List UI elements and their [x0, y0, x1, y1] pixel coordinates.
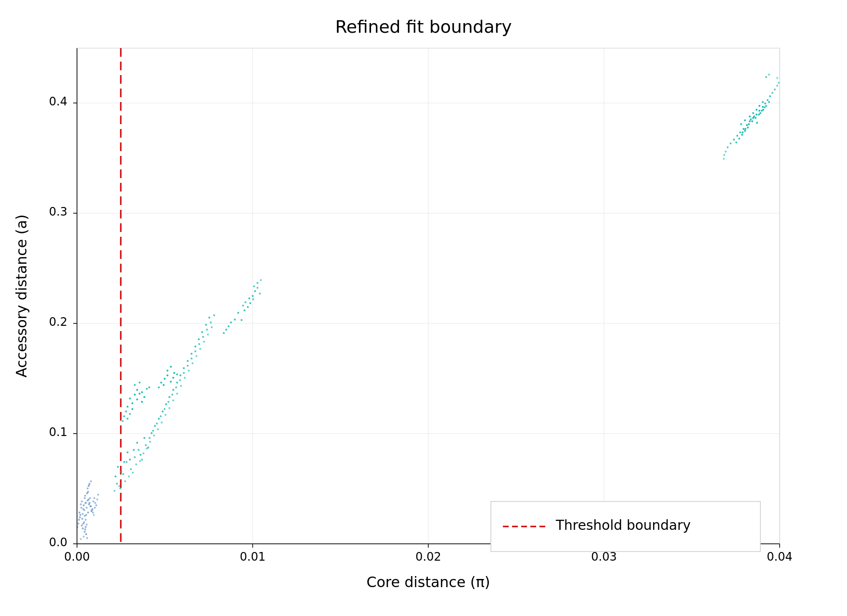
- svg-point-41: [89, 497, 91, 499]
- svg-point-243: [764, 106, 766, 108]
- chart-title: Refined fit boundary: [335, 17, 512, 37]
- svg-point-143: [134, 384, 136, 386]
- svg-point-248: [723, 158, 725, 160]
- y-tick-0: 0.0: [49, 536, 67, 549]
- svg-point-213: [743, 128, 744, 130]
- svg-point-75: [117, 466, 119, 468]
- svg-point-111: [149, 437, 151, 439]
- svg-point-70: [80, 538, 82, 540]
- svg-point-172: [161, 422, 163, 424]
- svg-point-194: [249, 302, 251, 304]
- svg-point-124: [198, 343, 200, 345]
- svg-point-63: [89, 483, 90, 485]
- svg-point-92: [176, 382, 178, 384]
- svg-point-105: [126, 461, 128, 463]
- svg-point-26: [81, 500, 83, 502]
- svg-point-49: [93, 497, 95, 499]
- svg-point-178: [184, 377, 186, 379]
- svg-point-40: [81, 518, 83, 520]
- svg-point-88: [162, 411, 164, 412]
- legend-label: Threshold boundary: [555, 517, 691, 533]
- svg-point-86: [154, 425, 156, 427]
- svg-point-159: [176, 373, 178, 375]
- svg-point-242: [742, 131, 744, 133]
- svg-point-193: [225, 329, 227, 331]
- svg-point-168: [146, 448, 148, 449]
- svg-point-48: [79, 514, 81, 516]
- svg-point-59: [92, 512, 94, 513]
- svg-point-98: [198, 338, 200, 340]
- svg-point-236: [748, 123, 750, 125]
- svg-point-214: [764, 103, 766, 104]
- svg-point-212: [762, 106, 764, 108]
- svg-point-129: [129, 398, 131, 399]
- svg-point-76: [120, 471, 122, 473]
- svg-point-71: [94, 507, 96, 509]
- svg-point-157: [170, 366, 172, 368]
- svg-point-216: [767, 99, 769, 101]
- svg-point-164: [132, 472, 134, 474]
- svg-point-104: [122, 473, 124, 475]
- svg-point-135: [143, 396, 145, 398]
- svg-point-134: [141, 401, 143, 403]
- svg-point-149: [164, 378, 166, 380]
- svg-point-229: [744, 130, 746, 132]
- svg-point-167: [142, 452, 144, 454]
- svg-point-20: [87, 512, 89, 513]
- y-tick-04: 0.4: [49, 95, 67, 108]
- svg-point-256: [762, 101, 764, 103]
- svg-point-220: [771, 92, 773, 94]
- svg-point-228: [759, 112, 761, 114]
- svg-point-116: [167, 401, 169, 403]
- svg-point-176: [176, 393, 178, 395]
- svg-point-151: [170, 381, 172, 383]
- svg-point-96: [191, 353, 192, 355]
- svg-point-120: [183, 372, 185, 374]
- svg-point-169: [149, 441, 151, 443]
- svg-point-170: [153, 435, 155, 436]
- svg-point-209: [749, 120, 751, 122]
- svg-point-187: [237, 312, 239, 314]
- svg-point-191: [228, 325, 230, 327]
- svg-point-153: [160, 382, 162, 384]
- svg-point-37: [80, 503, 82, 505]
- x-tick-02: 0.02: [415, 550, 441, 564]
- svg-point-180: [192, 362, 193, 364]
- svg-point-155: [172, 377, 174, 379]
- svg-point-205: [253, 285, 255, 287]
- svg-point-257: [765, 76, 767, 78]
- svg-point-231: [741, 134, 743, 136]
- svg-point-61: [95, 504, 97, 506]
- svg-point-211: [746, 124, 748, 126]
- svg-point-35: [87, 491, 89, 493]
- svg-point-197: [252, 295, 254, 297]
- svg-point-247: [723, 154, 725, 156]
- svg-point-210: [758, 110, 760, 112]
- svg-point-202: [259, 293, 261, 295]
- svg-point-126: [206, 329, 208, 331]
- svg-point-203: [242, 305, 244, 307]
- svg-point-241: [744, 128, 746, 130]
- svg-point-69: [86, 537, 88, 539]
- svg-point-249: [776, 77, 778, 79]
- svg-point-107: [134, 456, 136, 458]
- svg-point-117: [171, 394, 173, 396]
- svg-point-64: [83, 536, 85, 538]
- svg-point-175: [172, 399, 174, 401]
- svg-point-186: [234, 319, 236, 321]
- svg-point-184: [207, 334, 209, 335]
- svg-point-250: [752, 112, 754, 114]
- svg-point-58: [82, 527, 84, 529]
- svg-point-24: [82, 508, 84, 510]
- svg-point-154: [167, 370, 168, 372]
- svg-point-55: [94, 502, 96, 504]
- svg-point-145: [148, 386, 150, 388]
- svg-point-227: [747, 127, 749, 128]
- svg-point-240: [761, 110, 763, 112]
- svg-point-201: [244, 301, 246, 303]
- svg-point-192: [247, 306, 249, 308]
- svg-point-83: [143, 437, 145, 439]
- svg-point-162: [124, 480, 126, 482]
- x-tick-0: 0.00: [64, 550, 90, 564]
- svg-point-224: [750, 118, 752, 120]
